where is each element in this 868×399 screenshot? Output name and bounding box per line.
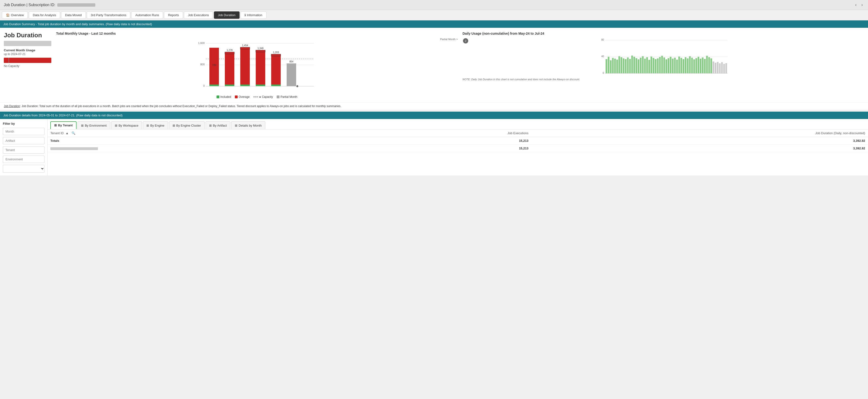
svg-rect-89 xyxy=(710,59,712,73)
svg-rect-57 xyxy=(642,56,644,73)
capacity-dot: ● xyxy=(259,95,261,99)
details-section-header: Job Duration details from 2024-05-01 to … xyxy=(0,112,868,119)
svg-rect-73 xyxy=(676,60,678,73)
table-icon-dbm: ⊞ xyxy=(235,124,238,127)
sub-tab-dbm-label: Details by Month xyxy=(239,124,262,127)
table-icon-ws: ⊞ xyxy=(115,124,117,127)
current-month-label: Current Month Usage xyxy=(4,48,51,52)
included-color xyxy=(217,96,219,98)
tab-overview[interactable]: 🏠 Overview xyxy=(2,11,28,19)
footnote: Job Duration: Job Duration: Total sum of… xyxy=(0,102,868,110)
svg-rect-68 xyxy=(665,59,667,73)
current-month-date: up to 2024-07-21 xyxy=(4,53,51,56)
tab-information[interactable]: ℹ Information xyxy=(241,11,267,19)
svg-rect-69 xyxy=(668,58,669,73)
svg-rect-61 xyxy=(651,57,652,73)
svg-rect-84 xyxy=(700,59,702,73)
table-icon-ec: ⊞ xyxy=(173,124,175,127)
sub-tab-details-by-month[interactable]: ⊞ Details by Month xyxy=(231,121,265,129)
tab-3rd-party-label: 3rd Party Transformations xyxy=(91,13,126,17)
tab-job-executions-label: Job Executions xyxy=(188,13,209,17)
sort-up-icon[interactable]: ▲ xyxy=(66,131,69,135)
svg-rect-11 xyxy=(209,67,219,86)
svg-rect-93 xyxy=(719,63,721,73)
th-tenant-id[interactable]: Tenant ID ▲ 🔍 xyxy=(48,129,370,137)
svg-rect-53 xyxy=(633,57,635,73)
filter-dropdown[interactable] xyxy=(3,165,44,173)
sub-tab-by-environment[interactable]: ⊞ By Environment xyxy=(78,121,110,129)
sub-tab-by-engine-cluster[interactable]: ⊞ By Engine Cluster xyxy=(169,121,205,129)
summary-section: Job Duration Current Month Usage up to 2… xyxy=(0,28,868,102)
tab-3rd-party[interactable]: 3rd Party Transformations xyxy=(87,11,130,19)
details-header-title: Job Duration details xyxy=(3,113,31,117)
sub-tab-by-artifact[interactable]: ⊞ By Artifact xyxy=(206,121,230,129)
nav-prev-button[interactable]: ‹ xyxy=(854,2,858,8)
svg-rect-60 xyxy=(648,60,650,73)
svg-rect-63 xyxy=(655,59,656,73)
tab-job-duration[interactable]: Job Duration xyxy=(214,11,240,19)
table-icon-art: ⊞ xyxy=(209,124,212,127)
table-area: ⊞ By Tenant ⊞ By Environment ⊞ By Worksp… xyxy=(48,119,868,175)
svg-rect-64 xyxy=(657,59,659,73)
svg-rect-82 xyxy=(695,58,697,73)
sub-tab-eng-label: By Engine xyxy=(150,124,164,127)
daily-chart: Daily Usage (non-cumulative) from May-24… xyxy=(463,32,864,99)
sub-tab-by-engine[interactable]: ⊞ By Engine xyxy=(143,121,168,129)
tenant-id-cell xyxy=(48,145,370,152)
nav-arrows: ‹ › xyxy=(854,2,864,8)
tab-reports[interactable]: Reports xyxy=(164,11,183,19)
tab-data-analysis-label: Data for Analysis xyxy=(33,13,56,17)
svg-rect-77 xyxy=(685,57,686,73)
job-duration-link[interactable]: Job Duration xyxy=(4,104,20,108)
svg-rect-15 xyxy=(225,85,234,86)
svg-rect-70 xyxy=(670,57,672,73)
svg-rect-46 xyxy=(618,56,620,73)
search-icon[interactable]: 🔍 xyxy=(71,131,75,135)
svg-text:854: 854 xyxy=(289,60,293,63)
title-text: Job Duration | Subscription ID: xyxy=(4,3,55,7)
svg-rect-67 xyxy=(663,58,665,73)
filter-panel: Filter by xyxy=(0,119,48,175)
partial-color xyxy=(277,96,280,98)
svg-text:40: 40 xyxy=(601,55,604,58)
filter-tenant-input[interactable] xyxy=(3,146,44,154)
svg-rect-40 xyxy=(606,59,607,73)
daily-chart-badge: 2 xyxy=(463,38,468,43)
svg-text:1,349: 1,349 xyxy=(257,47,264,49)
svg-rect-44 xyxy=(614,59,616,73)
svg-text:0: 0 xyxy=(602,72,604,74)
svg-rect-83 xyxy=(698,57,699,73)
sub-tab-art-label: By Artifact xyxy=(213,124,227,127)
svg-text:1,454: 1,454 xyxy=(242,44,248,47)
svg-rect-87 xyxy=(706,56,708,73)
svg-rect-85 xyxy=(702,58,704,73)
nav-next-button[interactable]: › xyxy=(860,2,864,8)
svg-rect-51 xyxy=(629,59,631,73)
info-icon: ℹ xyxy=(245,13,246,17)
sub-tab-by-tenant[interactable]: ⊞ By Tenant xyxy=(51,121,76,129)
svg-rect-50 xyxy=(627,58,629,73)
sub-tab-tenant-label: By Tenant xyxy=(58,124,73,127)
svg-text:0: 0 xyxy=(203,84,205,87)
data-table: Tenant ID ▲ 🔍 Job Executions Job Duratio… xyxy=(48,129,868,152)
summary-header-note: (Raw daily data is not discounted) xyxy=(105,22,152,26)
tenant-id-header: Tenant ID ▲ 🔍 xyxy=(51,131,367,135)
filter-artifact-input[interactable] xyxy=(3,137,44,144)
tab-job-executions[interactable]: Job Executions xyxy=(184,11,213,19)
tab-data-moved[interactable]: Data Moved xyxy=(61,11,86,19)
sub-tab-ec-label: By Engine Cluster xyxy=(176,124,201,127)
filter-month-input[interactable] xyxy=(3,128,44,135)
usage-bar-red xyxy=(4,58,51,63)
monthly-chart-title: Total Monthly Usage - Last 12 months xyxy=(56,32,458,35)
filter-environment-input[interactable] xyxy=(3,156,44,163)
tab-data-for-analysis[interactable]: Data for Analysis xyxy=(29,11,60,19)
svg-rect-12 xyxy=(209,85,219,86)
svg-rect-90 xyxy=(713,62,714,73)
table-row-totals: Totals 15,213 3,392.92 xyxy=(48,137,868,145)
capacity-line xyxy=(253,97,258,97)
svg-text:1,278: 1,278 xyxy=(226,49,232,52)
sub-tab-by-workspace[interactable]: ⊞ By Workspace xyxy=(111,121,142,129)
tab-automation-runs[interactable]: Automation Runs xyxy=(131,11,163,19)
svg-rect-52 xyxy=(631,56,633,73)
tab-information-label: Information xyxy=(247,13,262,17)
